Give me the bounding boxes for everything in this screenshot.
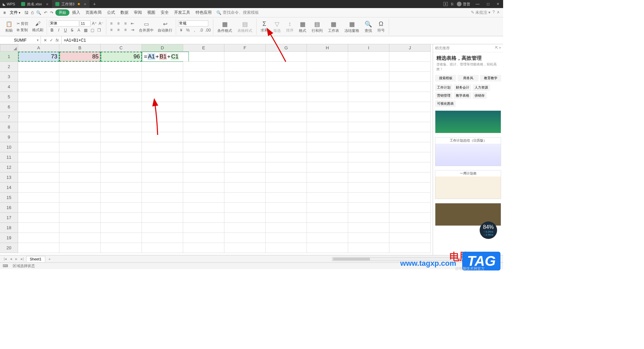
cell[interactable] [183, 162, 224, 172]
cell[interactable] [266, 233, 307, 243]
col-header[interactable]: F [224, 44, 266, 52]
cell[interactable] [18, 193, 59, 203]
spreadsheet-grid[interactable]: A B C D E F G H I J 12345678910111213141… [0, 44, 433, 255]
cell[interactable] [183, 152, 224, 162]
cell[interactable] [266, 203, 307, 213]
cell[interactable] [348, 72, 389, 82]
cell[interactable] [142, 132, 183, 142]
align-right-icon[interactable]: ≡ [122, 27, 128, 33]
cell[interactable] [389, 82, 431, 92]
indent-increase-icon[interactable]: ⇥ [129, 27, 136, 33]
cell[interactable] [389, 92, 431, 102]
template-card[interactable] [435, 110, 501, 133]
cell[interactable] [18, 183, 59, 193]
cell[interactable] [389, 152, 431, 162]
cell[interactable] [348, 172, 389, 183]
sheet-tab[interactable]: Sheet1 [26, 256, 45, 262]
cell[interactable] [18, 172, 59, 183]
menu-devtools[interactable]: 开发工具 [171, 10, 193, 15]
cell-b1[interactable]: 85 [59, 52, 101, 62]
row-header[interactable]: 12 [0, 162, 18, 172]
underline-button[interactable]: U [62, 27, 68, 33]
redo-icon[interactable]: ↷ [50, 10, 53, 15]
cell[interactable] [142, 72, 183, 82]
col-header[interactable]: D [142, 44, 183, 52]
cell[interactable] [142, 92, 183, 102]
cell[interactable] [389, 122, 431, 132]
paste-button[interactable]: 📋 粘贴 [4, 21, 14, 33]
file-menu[interactable]: 文件 ▾ [8, 10, 22, 15]
row-header[interactable]: 9 [0, 132, 18, 142]
cell[interactable] [389, 142, 431, 152]
cell[interactable] [307, 132, 348, 142]
panel-close-icon[interactable]: ⇱ × [495, 46, 501, 51]
cell[interactable] [224, 142, 266, 152]
col-header[interactable]: C [101, 44, 142, 52]
cell[interactable] [183, 213, 224, 223]
cell[interactable] [183, 233, 224, 243]
collapse-ribbon-icon[interactable]: ∧ [497, 10, 500, 15]
menu-data[interactable]: 数据 [118, 10, 131, 15]
minimize-button[interactable]: — [474, 2, 482, 6]
cancel-formula-icon[interactable]: ✕ [44, 38, 47, 43]
rowcol-button[interactable]: ▤行和列 [310, 20, 325, 33]
cell[interactable] [183, 183, 224, 193]
copy-button[interactable]: ⧉复制 [15, 27, 30, 33]
user-menu[interactable]: 普普 [457, 2, 470, 7]
cell[interactable] [307, 52, 348, 62]
cell[interactable] [348, 122, 389, 132]
cell[interactable] [18, 203, 59, 213]
cell[interactable] [348, 223, 389, 233]
row-header[interactable]: 20 [0, 243, 18, 253]
menu-review[interactable]: 审阅 [131, 10, 145, 15]
cell[interactable] [266, 183, 307, 193]
panel-tag[interactable]: 人力资源 [473, 84, 490, 91]
cell[interactable] [142, 172, 183, 183]
cell[interactable] [142, 82, 183, 92]
cell[interactable] [183, 172, 224, 183]
panel-tag[interactable]: 营销管理 [435, 92, 452, 99]
name-box-input[interactable] [5, 38, 36, 43]
cell[interactable] [59, 122, 101, 132]
document-tab[interactable]: 姓名.xlsx × [18, 0, 52, 8]
col-header[interactable]: H [307, 44, 348, 52]
cell[interactable] [59, 203, 101, 213]
save-icon[interactable]: 🖫 [24, 10, 29, 15]
row-header[interactable]: 1 [0, 52, 18, 62]
cell[interactable] [18, 132, 59, 142]
cell[interactable] [101, 112, 142, 122]
cell[interactable] [18, 102, 59, 112]
find-button[interactable]: 🔍查找 [363, 20, 374, 33]
menu-start[interactable]: 开始 [55, 9, 69, 16]
cell[interactable] [183, 72, 224, 82]
cell[interactable] [183, 102, 224, 112]
fx-icon[interactable]: fx [56, 38, 59, 43]
new-tab-button[interactable]: + [90, 1, 99, 7]
border-button[interactable]: ▢ [89, 27, 95, 33]
cell[interactable] [348, 142, 389, 152]
cell[interactable] [307, 162, 348, 172]
cell[interactable] [183, 142, 224, 152]
row-header[interactable]: 8 [0, 122, 18, 132]
close-window-button[interactable]: × [495, 2, 501, 6]
row-header[interactable]: 3 [0, 72, 18, 82]
font-name-select[interactable] [49, 20, 79, 27]
cell[interactable] [266, 142, 307, 152]
cell[interactable] [183, 82, 224, 92]
menu-formula[interactable]: 公式 [104, 10, 118, 15]
sheet-nav-last-icon[interactable]: ▸| [20, 257, 25, 261]
cell[interactable] [266, 82, 307, 92]
cell[interactable] [183, 223, 224, 233]
panel-tag[interactable]: 供销存 [473, 92, 487, 99]
cell[interactable] [307, 92, 348, 102]
cell[interactable] [59, 172, 101, 183]
format-button[interactable]: ▦格式 [297, 20, 308, 33]
cell[interactable] [266, 152, 307, 162]
close-icon[interactable]: × [46, 2, 49, 7]
cell[interactable] [348, 243, 389, 253]
cell[interactable] [142, 102, 183, 112]
cell[interactable] [101, 102, 142, 112]
decimal-inc-icon[interactable]: .0 [198, 27, 204, 33]
cell[interactable] [348, 112, 389, 122]
cell[interactable] [224, 62, 266, 72]
